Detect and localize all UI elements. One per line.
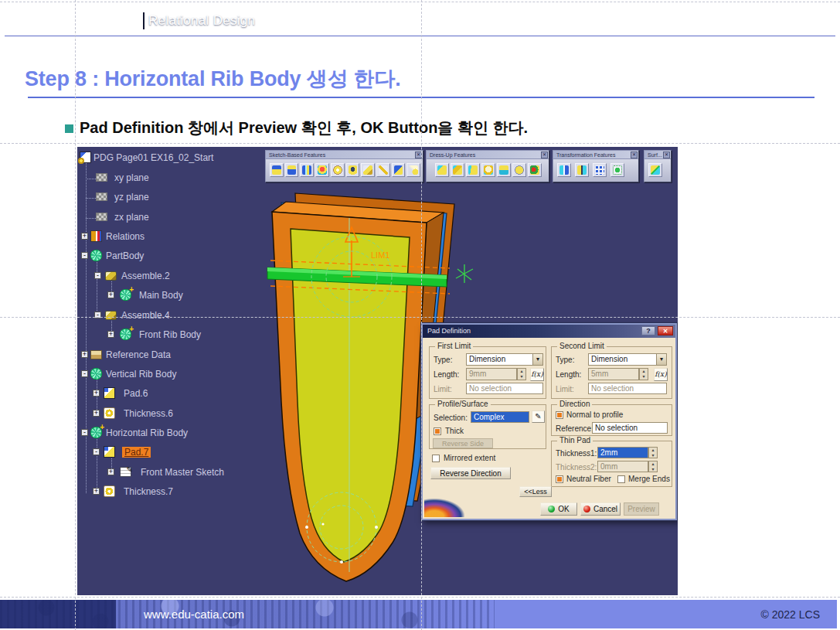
translation-tool-icon[interactable] — [557, 163, 571, 177]
slot-tool-icon[interactable] — [376, 163, 390, 177]
normal-to-profile-checkbox[interactable] — [556, 411, 563, 419]
rectangular-pattern-tool-icon[interactable] — [593, 163, 607, 177]
expander-icon[interactable]: - — [94, 312, 101, 318]
mirror-tool-icon[interactable] — [575, 163, 589, 177]
dialog-titlebar[interactable]: Pad Definition ? ✕ — [423, 325, 675, 338]
thickness2-spinner[interactable]: ▴▾ — [648, 461, 658, 472]
toolbar-close-icon[interactable]: ✕ — [415, 152, 422, 158]
thickness1-spinner[interactable]: ▴▾ — [648, 447, 658, 458]
first-limit-limit-field[interactable]: No selection — [466, 383, 543, 394]
dropdown-arrow-icon[interactable]: ▾ — [656, 354, 666, 365]
tree-item-pad7[interactable]: - Pad.7 — [77, 444, 263, 461]
expander-icon[interactable]: + — [93, 488, 100, 495]
thickness-tool-icon[interactable] — [497, 163, 511, 177]
length-spinner[interactable]: ▴▾ — [517, 368, 526, 380]
first-limit-length-field[interactable]: 9mm — [466, 368, 517, 380]
shell-tool-icon[interactable] — [481, 163, 495, 177]
tree-item-main-body[interactable]: + Main Body — [77, 288, 263, 305]
type-label: Type: — [434, 356, 452, 364]
tree-item-horizontal-rib-body[interactable]: - Horizontal Rib Body — [77, 425, 263, 442]
expander-icon[interactable]: + — [93, 410, 100, 417]
remove-face-tool-icon[interactable] — [528, 163, 542, 177]
pad-icon — [104, 446, 115, 458]
tree-item-thickness7[interactable]: + Thickness.7 — [77, 484, 263, 501]
second-limit-limit-field[interactable]: No selection — [588, 383, 667, 394]
expander-icon[interactable]: - — [94, 272, 101, 279]
tree-item-yz-plane[interactable]: yz plane — [77, 189, 263, 206]
expander-icon[interactable]: + — [107, 331, 114, 338]
help-icon[interactable]: ? — [641, 326, 655, 335]
tree-item-relations[interactable]: + Relations — [77, 229, 263, 246]
expander-icon[interactable]: + — [107, 291, 114, 298]
tree-item-vertical-rib-body[interactable]: - Vertical Rib Body — [77, 366, 263, 383]
specification-tree: PDG Page01 EX16_02_Start xy plane yz pla… — [77, 147, 263, 595]
tree-item-front-master-sketch[interactable]: + Front Master Sketch — [77, 465, 263, 482]
expander-icon[interactable]: + — [107, 468, 114, 475]
sketch-edit-button[interactable]: ✎ — [532, 410, 545, 423]
expander-icon[interactable]: - — [81, 429, 88, 436]
tree-item-assemble2[interactable]: - Assemble.2 — [77, 268, 263, 285]
shaft-tool-icon[interactable] — [315, 163, 329, 177]
close-icon[interactable]: ✕ — [658, 326, 673, 335]
expander-icon[interactable]: + — [93, 390, 100, 397]
scaling-tool-icon[interactable] — [610, 163, 624, 177]
hole-tool-icon[interactable] — [346, 163, 360, 177]
formula-button[interactable]: f(x) — [654, 368, 668, 381]
tree-item-partbody[interactable]: - PartBody — [77, 248, 263, 265]
expander-icon[interactable]: + — [81, 233, 88, 240]
sketch-point — [375, 526, 378, 529]
tree-item-thickness6[interactable]: + Thickness.6 — [77, 406, 263, 423]
rib-tool-icon[interactable] — [361, 163, 375, 177]
dropdown-arrow-icon[interactable]: ▾ — [532, 354, 542, 365]
reference-field[interactable]: No selection — [592, 422, 668, 434]
pocket-tool-icon[interactable] — [285, 163, 299, 177]
groove-tool-icon[interactable] — [331, 163, 345, 177]
chamfer-tool-icon[interactable] — [451, 163, 464, 177]
thick-checkbox[interactable] — [434, 427, 441, 435]
neutral-fiber-checkbox[interactable] — [556, 475, 563, 483]
thread-tap-tool-icon[interactable] — [512, 163, 526, 177]
cancel-button[interactable]: Cancel — [580, 502, 621, 516]
profile-selection-field[interactable]: Complex — [471, 411, 529, 423]
assemble-icon — [105, 271, 117, 281]
tree-item-front-rib-body[interactable]: + Front Rib Body — [77, 327, 263, 344]
second-limit-type-select[interactable]: Dimension ▾ — [588, 353, 667, 366]
thickness1-field[interactable]: 2mm — [597, 447, 648, 458]
toolbar-close-icon[interactable]: ✕ — [541, 152, 548, 158]
stiffener-tool-icon[interactable] — [392, 163, 406, 177]
expander-icon[interactable]: - — [81, 370, 88, 377]
length-spinner[interactable]: ▴▾ — [639, 368, 648, 380]
reverse-side-button[interactable]: Reverse Side — [433, 438, 493, 448]
draft-angle-tool-icon[interactable] — [466, 163, 480, 177]
reverse-direction-button[interactable]: Reverse Direction — [430, 467, 511, 479]
pad-tool-icon[interactable] — [270, 163, 284, 177]
tree-item-root[interactable]: PDG Page01 EX16_02_Start — [77, 150, 263, 167]
loft-tool-icon[interactable] — [406, 163, 420, 177]
edge-fillet-tool-icon[interactable] — [435, 163, 449, 177]
merge-ends-checkbox[interactable] — [617, 475, 625, 483]
tree-item-assemble4[interactable]: - Assemble.4 — [77, 308, 263, 325]
split-tool-icon[interactable] — [648, 163, 662, 177]
tree-item-pad6[interactable]: + Pad.6 — [77, 386, 263, 403]
tree-item-xy-plane[interactable]: xy plane — [77, 170, 263, 187]
tree-item-zx-plane[interactable]: zx plane — [77, 209, 263, 226]
mirrored-extent-checkbox[interactable] — [432, 455, 440, 462]
toolbar-close-icon[interactable]: ✕ — [631, 152, 638, 158]
expander-icon[interactable]: - — [93, 448, 100, 455]
second-limit-length-field[interactable]: 5mm — [588, 368, 639, 380]
first-limit-type-select[interactable]: Dimension ▾ — [466, 353, 543, 366]
tree-item-reference-data[interactable]: + Reference Data — [77, 347, 263, 364]
expander-icon[interactable]: + — [81, 351, 88, 358]
thickness2-field[interactable]: 0mm — [597, 461, 648, 472]
header-band: Relational Design CATIA V5 — [5, 6, 835, 36]
expander-icon[interactable]: - — [81, 252, 88, 259]
multi-pad-tool-icon[interactable] — [300, 163, 314, 177]
formula-button[interactable]: f(x) — [530, 368, 544, 381]
toolbar-close-icon[interactable]: ✕ — [663, 152, 670, 158]
group-legend: Thin Pad — [557, 436, 593, 444]
preview-button[interactable]: Preview — [624, 502, 659, 516]
ok-button[interactable]: OK — [540, 502, 577, 516]
slide: Relational Design CATIA V5 Step 8 : Hori… — [0, 0, 840, 630]
less-button[interactable]: <<Less — [519, 486, 552, 497]
group-legend: First Limit — [435, 342, 473, 350]
